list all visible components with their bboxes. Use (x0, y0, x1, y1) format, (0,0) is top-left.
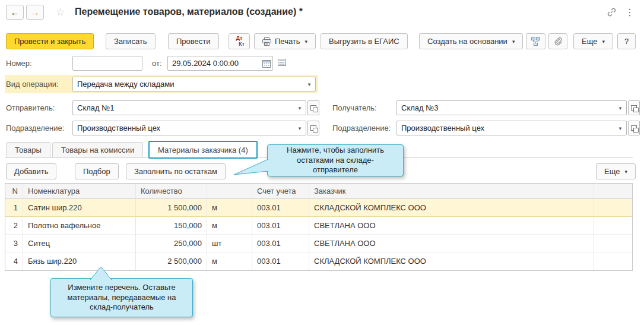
table-more-label: Еще (604, 167, 620, 176)
receiver-input[interactable] (397, 101, 614, 115)
attachments-button[interactable] (548, 33, 567, 49)
number-input[interactable] (73, 56, 142, 70)
save-button[interactable]: Записать (106, 33, 156, 49)
chevron-down-icon: ▾ (305, 39, 308, 45)
print-label: Печать (275, 37, 300, 46)
back-button[interactable]: ← (6, 5, 24, 20)
more-menu-icon[interactable]: ⋮ (625, 7, 635, 18)
table-row[interactable]: 3 Ситец 250,000 шт 003.01 СВЕТЛАНА ООО (5, 235, 632, 253)
col-header-empty (594, 184, 632, 199)
cell-account: 003.01 (252, 253, 309, 270)
cell-account: 003.01 (252, 199, 309, 217)
fill-by-stock-button[interactable]: Заполнить по остаткам (126, 163, 226, 179)
related-documents-button[interactable] (526, 33, 545, 49)
tab-label: Товары на комиссии (61, 146, 134, 154)
cell-empty (594, 199, 632, 217)
cell-empty (594, 253, 632, 270)
list-hint-text: Измените перечень. Оставьте материалы, п… (58, 283, 185, 313)
receiver-open-button[interactable] (628, 100, 640, 115)
post-button[interactable]: Провести (168, 33, 219, 49)
cell-item: Ситец (23, 235, 136, 253)
tab-goods[interactable]: Товары (6, 142, 50, 158)
cell-n: 1 (5, 199, 23, 217)
forward-icon: → (31, 8, 40, 17)
date-field[interactable] (167, 56, 273, 71)
callout-tail (231, 156, 268, 177)
callout-tail (83, 266, 119, 280)
forward-button[interactable]: → (26, 5, 44, 20)
col-header-n[interactable]: N (5, 184, 23, 199)
open-form-icon (631, 105, 637, 111)
calendar-button[interactable] (261, 56, 272, 70)
cell-item: Бязь шир.220 (23, 253, 136, 270)
egais-upload-button[interactable]: Выгрузить в ЕГАИС (321, 33, 408, 49)
table-row[interactable]: 2 Полотно вафельное 150,000 м 003.01 СВЕ… (5, 217, 632, 235)
cell-unit: м (207, 253, 252, 270)
col-header-account[interactable]: Счет учета (252, 184, 309, 199)
table-more-button[interactable]: Еще ▾ (596, 163, 636, 179)
sender-field[interactable]: ▾ (72, 100, 306, 115)
cell-item: Полотно вафельное (23, 217, 136, 235)
sender-dropdown-icon[interactable]: ▾ (294, 101, 306, 115)
post-and-close-button[interactable]: Провести и закрыть (6, 33, 94, 49)
cell-n: 4 (5, 253, 23, 270)
chevron-down-icon: ▾ (512, 39, 515, 45)
col-header-item[interactable]: Номенклатура (23, 184, 136, 199)
pick-items-button[interactable]: Подбор (75, 163, 119, 179)
help-button[interactable]: ? (617, 33, 636, 49)
open-form-icon (631, 125, 637, 131)
department-right-open-button[interactable] (628, 121, 640, 135)
main-toolbar: Провести и закрыть Записать Провести ДтК… (0, 33, 644, 49)
open-form-icon (310, 125, 316, 131)
operation-input[interactable] (73, 77, 303, 91)
more-actions-label: Еще (582, 37, 597, 46)
department-left-dropdown-icon[interactable]: ▾ (294, 121, 306, 135)
cell-unit: м (207, 217, 252, 235)
fill-hint-callout: Нажмите, чтобы заполнить остатками на ск… (267, 144, 404, 176)
debit-credit-button[interactable]: ДтКт (229, 33, 250, 49)
department-right-dropdown-icon[interactable]: ▾ (614, 121, 626, 135)
open-form-icon (310, 105, 316, 111)
department-left-open-button[interactable] (307, 121, 319, 135)
receiver-field[interactable]: ▾ (396, 100, 627, 115)
col-header-qty[interactable]: Количество (136, 184, 207, 199)
related-documents-icon (531, 37, 540, 46)
cell-qty: 250,000 (136, 235, 207, 253)
chevron-down-icon: ▾ (602, 39, 605, 45)
cell-empty (594, 217, 632, 235)
cell-customer: СКЛАДСКОЙ КОМПЛЕКС ООО (309, 253, 594, 270)
cell-qty: 2 500,000 (136, 253, 207, 270)
get-link-icon[interactable] (607, 7, 617, 19)
department-right-input[interactable] (397, 121, 614, 135)
date-input[interactable] (168, 56, 261, 70)
paperclip-icon (554, 37, 562, 46)
tab-goods-on-commission[interactable]: Товары на комиссии (52, 142, 143, 158)
department-right-field[interactable]: ▾ (396, 121, 627, 135)
department-left-input[interactable] (73, 121, 294, 135)
operation-dropdown-icon[interactable]: ▾ (303, 77, 315, 91)
favorite-star-icon[interactable]: ☆ (56, 6, 65, 18)
create-based-on-label: Создать на основании (427, 37, 507, 46)
topbar: ← → ☆ Перемещение товаров, материалов (с… (0, 0, 644, 26)
back-icon: ← (11, 8, 20, 17)
tab-label: Материалы заказчика (4) (158, 146, 248, 154)
department-left-field[interactable]: ▾ (72, 121, 306, 135)
cell-customer: СВЕТЛАНА ООО (309, 235, 594, 253)
operation-field[interactable]: ▾ (72, 77, 316, 91)
col-header-customer[interactable]: Заказчик (309, 184, 594, 199)
sender-open-button[interactable] (307, 100, 319, 115)
print-button[interactable]: Печать ▾ (254, 33, 316, 49)
cell-unit: шт (207, 235, 252, 253)
page-title: Перемещение товаров, материалов (создани… (75, 7, 303, 17)
more-actions-button[interactable]: Еще ▾ (573, 33, 613, 49)
table-row[interactable]: 1 Сатин шир.220 1 500,000 м 003.01 СКЛАД… (5, 199, 632, 217)
add-row-button[interactable]: Добавить (6, 163, 56, 179)
cell-unit: м (207, 199, 252, 217)
create-based-on-button[interactable]: Создать на основании ▾ (419, 33, 523, 49)
list-view-button[interactable] (278, 59, 286, 66)
receiver-dropdown-icon[interactable]: ▾ (614, 101, 626, 115)
col-header-unit[interactable] (207, 184, 252, 199)
sender-label: Отправитель: (6, 103, 55, 112)
sender-input[interactable] (73, 101, 294, 115)
number-field[interactable] (72, 56, 142, 71)
